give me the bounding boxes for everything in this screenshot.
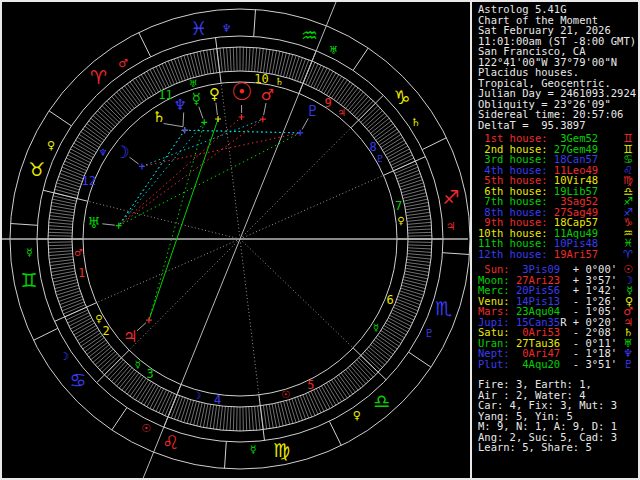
house-cusp-spoke-9 xyxy=(240,128,351,239)
degree-tick xyxy=(384,140,405,152)
saturn-pointer-line xyxy=(164,124,183,127)
degree-tick xyxy=(237,407,238,431)
venus-pointer-line xyxy=(216,103,218,116)
degree-tick xyxy=(194,53,200,76)
degree-tick xyxy=(190,54,196,77)
planet-label: Plut: xyxy=(478,359,510,370)
degree-tick xyxy=(372,121,391,136)
house-11-ruler-uranus-icon: ♅ xyxy=(189,78,198,89)
degree-tick xyxy=(50,262,74,265)
sign-cusp-line-3 xyxy=(11,224,38,226)
degree-tick xyxy=(339,375,353,394)
degree-tick xyxy=(341,373,355,392)
degree-tick xyxy=(174,397,182,420)
element-tally-panel: Fire: 3, Earth: 1, Air : 2, Water: 4 Car… xyxy=(478,379,638,453)
leo-sign-icon: ♌ xyxy=(162,431,179,453)
degree-tick xyxy=(77,137,97,150)
degree-tick xyxy=(83,129,103,143)
aspect-line-mercury-jupiter-trine xyxy=(149,122,204,320)
virgo-ruler-mercury-icon: ☿ xyxy=(250,443,257,456)
house-number-3: 3 xyxy=(146,367,153,381)
degree-tick xyxy=(74,323,95,335)
degree-tick xyxy=(383,137,403,150)
aquarius-sign-icon: ♒ xyxy=(301,24,318,46)
degree-tick xyxy=(406,209,430,213)
neptune-position-marker xyxy=(182,127,188,133)
moon-pointer-line xyxy=(130,157,139,164)
degree-tick xyxy=(49,216,73,219)
degree-tick xyxy=(284,401,290,424)
pisces-ruler-neptune-icon: ♆ xyxy=(222,22,232,35)
degree-tick xyxy=(332,380,345,400)
moon-planet-icon: ☽ xyxy=(114,142,129,162)
libra-ruler-venus-icon: ♀ xyxy=(353,409,361,422)
degree-tick xyxy=(374,124,393,138)
planet-velocity: - 1°18' xyxy=(567,348,618,359)
planet-row-5: Mars: 23Aqu04 - 1°05'♂ xyxy=(478,306,638,317)
degree-tick xyxy=(243,407,244,431)
degree-tick xyxy=(379,333,399,347)
degree-tick xyxy=(407,219,431,222)
degree-tick xyxy=(363,354,381,370)
degree-tick xyxy=(406,262,430,265)
degree-tick xyxy=(55,285,78,292)
stat-modes: Car: 4, Fix: 3, Mut: 3 xyxy=(478,400,638,411)
sign-cusp-line-4 xyxy=(34,328,58,340)
mercury-position-marker xyxy=(201,119,207,125)
degree-tick xyxy=(406,265,430,269)
degree-tick xyxy=(402,189,425,195)
degree-tick xyxy=(48,232,72,233)
degree-tick xyxy=(213,49,216,73)
degree-tick xyxy=(81,333,101,347)
degree-tick xyxy=(408,245,432,246)
degree-tick xyxy=(408,229,432,230)
house-8-ruler-pluto-icon: ♇ xyxy=(376,153,385,164)
degree-tick xyxy=(266,405,270,429)
degree-tick xyxy=(355,99,371,117)
degree-tick xyxy=(181,399,188,422)
degree-tick xyxy=(114,366,130,384)
degree-tick xyxy=(403,280,426,286)
sign-cusp-line-5 xyxy=(112,408,127,430)
degree-tick xyxy=(93,116,111,131)
moon-position-marker xyxy=(139,163,145,169)
degree-tick xyxy=(56,183,79,190)
degree-tick xyxy=(230,47,231,71)
degree-tick xyxy=(194,402,200,425)
degree-tick xyxy=(334,378,348,398)
degree-tick xyxy=(292,399,299,422)
house-4-ruler-moon-icon: ☽ xyxy=(193,390,202,401)
degree-tick xyxy=(401,288,424,295)
degree-tick xyxy=(72,146,93,158)
degree-tick xyxy=(56,288,79,295)
degree-tick xyxy=(246,407,247,431)
degree-tick xyxy=(329,76,342,96)
degree-tick xyxy=(406,212,430,215)
degree-tick xyxy=(91,345,110,360)
degree-tick xyxy=(178,58,186,81)
degree-tick xyxy=(399,177,422,185)
degree-tick xyxy=(117,92,132,110)
house-cusp-band-line-12 xyxy=(43,190,88,201)
degree-tick xyxy=(48,248,72,249)
degree-tick xyxy=(387,320,408,332)
degree-tick xyxy=(403,193,426,199)
degree-tick xyxy=(187,54,194,77)
jupiter-planet-icon: ♃ xyxy=(123,327,137,346)
planet-position-list: Sun: 3Pis09 + 0°00'☉Moon: 27Ari23 + 3°57… xyxy=(478,264,638,369)
degree-tick xyxy=(376,338,395,352)
mars-pointer-line xyxy=(264,103,266,115)
house-label: 7th house: xyxy=(478,196,548,207)
degree-tick xyxy=(147,386,159,407)
degree-tick xyxy=(252,407,254,431)
degree-tick xyxy=(223,48,225,72)
julian-day: Julian Day = 2461093.2924 xyxy=(478,88,638,99)
planet-velocity: - 1°05' xyxy=(567,306,618,317)
degree-tick xyxy=(379,132,399,146)
degree-tick xyxy=(367,349,385,365)
house-label: 5th house: xyxy=(478,175,548,186)
degree-tick xyxy=(332,78,345,98)
house-label: 3rd house: xyxy=(478,154,548,165)
degree-tick xyxy=(408,251,432,253)
planet-row-1: Sun: 3Pis09 + 0°00'☉ xyxy=(478,264,638,275)
